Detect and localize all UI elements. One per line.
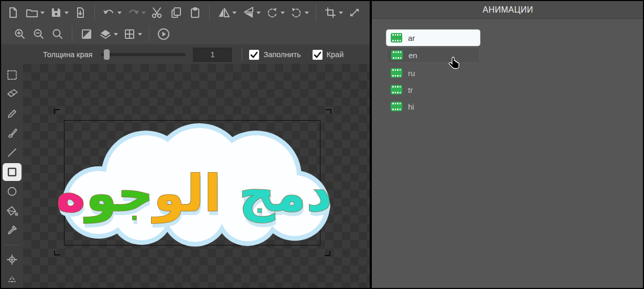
- zoom-out-button[interactable]: [29, 25, 48, 43]
- slider-handle[interactable]: [104, 49, 110, 60]
- animation-label: hi: [408, 102, 414, 111]
- drawing-canvas[interactable]: دمج الوجوه دمج الوجوه: [23, 64, 370, 289]
- tool-ellipse[interactable]: [3, 183, 22, 200]
- save-button[interactable]: [47, 4, 66, 22]
- rotate-cw-icon: [290, 6, 303, 19]
- rectangle-icon: [6, 166, 18, 178]
- stroke-width-input[interactable]: 1: [193, 48, 232, 62]
- selection-corner-top-left[interactable]: [54, 109, 60, 114]
- check-icon: [250, 51, 258, 58]
- save-dropdown[interactable]: [65, 12, 69, 16]
- layers-dropdown[interactable]: [114, 33, 118, 38]
- tool-fill[interactable]: [3, 202, 22, 220]
- edge-checkbox[interactable]: [313, 50, 323, 60]
- rotate-cw-dropdown[interactable]: [305, 12, 309, 16]
- toolbar-separator: [72, 26, 72, 42]
- marquee-select-icon: [6, 69, 18, 81]
- import-file-icon: [74, 6, 87, 19]
- scissors-icon: [151, 6, 164, 19]
- tool-line[interactable]: [3, 144, 22, 162]
- logo-segment-4: ه: [58, 164, 85, 223]
- play-animation-button[interactable]: [154, 25, 173, 43]
- flip-horizontal-button[interactable]: [214, 4, 233, 22]
- animation-label: ar: [408, 34, 415, 42]
- toolbar-separator: [316, 5, 316, 20]
- line-icon: [6, 147, 18, 158]
- tool-select[interactable]: [3, 66, 22, 84]
- tool-move-target[interactable]: [3, 251, 22, 269]
- fill-checkbox-group[interactable]: Заполнить: [249, 50, 300, 60]
- logo-segment-1: دمج: [221, 164, 330, 223]
- play-icon: [157, 27, 170, 41]
- flip-vertical-button[interactable]: [239, 4, 257, 22]
- grid-button[interactable]: [120, 25, 139, 43]
- animation-item-en[interactable]: en: [387, 47, 480, 63]
- rotate-cw-button[interactable]: [287, 4, 306, 22]
- undo-dropdown[interactable]: [117, 12, 122, 16]
- import-file-button[interactable]: [71, 4, 90, 22]
- main-toolbar: [1, 1, 370, 24]
- redo-dropdown[interactable]: [142, 12, 146, 16]
- tool-node-editor[interactable]: [3, 270, 22, 288]
- animation-item-ar[interactable]: ar: [387, 30, 480, 46]
- cloud-logo-artwork: دمج الوجوه دمج الوجوه: [58, 123, 330, 247]
- zoom-reset-button[interactable]: [48, 25, 67, 43]
- animation-item-tr[interactable]: tr: [387, 82, 480, 98]
- tool-color-picker[interactable]: [3, 221, 22, 239]
- stroke-width-label: Толщина края: [43, 50, 92, 59]
- layers-button[interactable]: [96, 25, 115, 43]
- eyedropper-icon: [6, 224, 18, 236]
- check-icon: [314, 51, 321, 58]
- zoom-out-icon: [33, 28, 45, 40]
- invert-view-icon: [80, 28, 93, 40]
- crop-dropdown[interactable]: [339, 12, 343, 16]
- tool-rectangle[interactable]: [3, 163, 22, 181]
- resize-button[interactable]: [345, 4, 364, 22]
- tools-sidebar: [1, 64, 23, 289]
- redo-button[interactable]: [124, 4, 143, 22]
- selection-corner-bottom-right[interactable]: [325, 251, 330, 256]
- selection-corner-bottom-left[interactable]: [54, 251, 60, 255]
- selection-corner-top-right[interactable]: [326, 109, 331, 114]
- redo-icon: [126, 7, 140, 18]
- animations-panel-title: АНИМАЦИИ: [482, 5, 533, 15]
- brush-icon: [6, 127, 18, 139]
- paint-bucket-icon: [6, 205, 18, 217]
- flip-vertical-dropdown[interactable]: [256, 12, 261, 16]
- animation-label: tr: [408, 85, 413, 94]
- undo-button[interactable]: [100, 4, 119, 22]
- tool-brush[interactable]: [3, 124, 22, 142]
- film-strip-icon: [391, 50, 403, 60]
- eraser-icon: [6, 89, 18, 100]
- properties-separator: [242, 47, 242, 62]
- rotate-ccw-button[interactable]: [263, 4, 282, 22]
- crop-button[interactable]: [321, 4, 340, 22]
- target-icon: [6, 254, 18, 265]
- copy-button[interactable]: [167, 4, 186, 22]
- paste-button[interactable]: [186, 4, 205, 22]
- open-file-dropdown[interactable]: [40, 12, 45, 16]
- toolbar-separator: [209, 5, 210, 20]
- animations-panel-header: АНИМАЦИИ: [372, 1, 644, 19]
- zoom-in-button[interactable]: [10, 25, 29, 43]
- animation-item-ru[interactable]: ru: [387, 65, 480, 81]
- toolbar-separator: [94, 5, 95, 20]
- stroke-width-slider[interactable]: [101, 53, 186, 56]
- animation-item-hi[interactable]: hi: [387, 99, 480, 114]
- film-strip-icon: [391, 68, 402, 78]
- cut-button[interactable]: [148, 4, 167, 22]
- grid-dropdown[interactable]: [138, 33, 142, 38]
- open-file-button[interactable]: [23, 4, 41, 22]
- edge-checkbox-group[interactable]: Край: [313, 50, 344, 60]
- edge-label: Край: [327, 50, 344, 59]
- fill-checkbox[interactable]: [249, 50, 259, 60]
- tool-eraser[interactable]: [3, 85, 22, 103]
- rotate-ccw-dropdown[interactable]: [281, 12, 285, 16]
- new-file-button[interactable]: [4, 4, 23, 22]
- tools-separator: [5, 245, 19, 245]
- flip-horizontal-dropdown[interactable]: [232, 12, 237, 16]
- view-toolbar: [1, 24, 370, 45]
- pencil-icon: [6, 108, 18, 120]
- tool-pencil[interactable]: [3, 105, 22, 123]
- invert-view-button[interactable]: [77, 25, 96, 43]
